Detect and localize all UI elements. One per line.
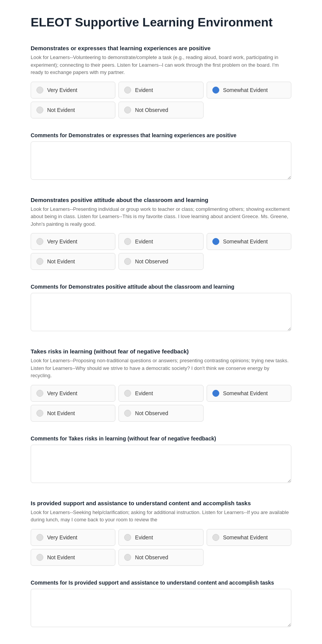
radio-circle xyxy=(36,410,43,417)
radio-grid-bottom-section1: Not EvidentNot Observed xyxy=(31,102,291,118)
comment-label-section1: Comments for Demonstrates or expresses t… xyxy=(31,132,291,138)
radio-circle xyxy=(124,534,131,541)
radio-circle xyxy=(124,554,131,561)
comment-section-section3: Comments for Takes risks in learning (wi… xyxy=(31,435,291,485)
radio-grid-top-section3: Very EvidentEvidentSomewhat Evident xyxy=(31,385,291,402)
comment-label-section2: Comments for Demonstrates positive attit… xyxy=(31,284,291,290)
radio-option-very-evident[interactable]: Very Evident xyxy=(31,529,115,546)
radio-label: Not Observed xyxy=(135,107,168,113)
radio-option-evident[interactable]: Evident xyxy=(118,233,203,250)
radio-option-not-observed[interactable]: Not Observed xyxy=(118,405,203,422)
radio-option-evident[interactable]: Evident xyxy=(118,82,203,99)
section-title-section4: Is provided support and assistance to un… xyxy=(31,500,291,506)
radio-option-very-evident[interactable]: Very Evident xyxy=(31,82,115,99)
radio-circle xyxy=(36,107,43,113)
radio-label: Not Observed xyxy=(135,410,168,416)
radio-circle xyxy=(124,87,131,94)
section-description-section1: Look for Learners--Volunteering to demon… xyxy=(31,54,291,76)
radio-option-somewhat-evident[interactable]: Somewhat Evident xyxy=(207,82,291,99)
section-description-section3: Look for Learners--Proposing non-traditi… xyxy=(31,357,291,380)
radio-option-somewhat-evident[interactable]: Somewhat Evident xyxy=(207,529,291,546)
radio-label: Evident xyxy=(135,534,153,540)
comment-textarea-section4[interactable] xyxy=(31,589,291,627)
radio-grid-bottom-section2: Not EvidentNot Observed xyxy=(31,253,291,270)
radio-label: Evident xyxy=(135,238,153,245)
radio-option-not-observed[interactable]: Not Observed xyxy=(118,102,203,118)
radio-label: Evident xyxy=(135,87,153,93)
radio-label: Not Evident xyxy=(47,410,75,416)
section-title-section3: Takes risks in learning (without fear of… xyxy=(31,348,291,355)
radio-option-not-evident[interactable]: Not Evident xyxy=(31,405,115,422)
radio-option-not-evident[interactable]: Not Evident xyxy=(31,549,115,566)
radio-option-not-observed[interactable]: Not Observed xyxy=(118,549,203,566)
section-section1: Demonstrates or expresses that learning … xyxy=(31,45,291,118)
radio-circle xyxy=(36,390,43,397)
radio-label: Not Evident xyxy=(47,107,75,113)
radio-label: Somewhat Evident xyxy=(223,87,268,93)
radio-grid-top-section2: Very EvidentEvidentSomewhat Evident xyxy=(31,233,291,250)
section-description-section2: Look for Learners--Presenting individual… xyxy=(31,205,291,228)
section-section2: Demonstrates positive attitude about the… xyxy=(31,197,291,270)
radio-label: Very Evident xyxy=(47,534,77,540)
radio-circle xyxy=(212,87,219,94)
radio-option-evident[interactable]: Evident xyxy=(118,385,203,402)
radio-label: Not Observed xyxy=(135,554,168,560)
comment-section-section4: Comments for Is provided support and ass… xyxy=(31,580,291,629)
radio-option-somewhat-evident[interactable]: Somewhat Evident xyxy=(207,233,291,250)
radio-label: Somewhat Evident xyxy=(223,238,268,245)
radio-label: Very Evident xyxy=(47,87,77,93)
radio-option-very-evident[interactable]: Very Evident xyxy=(31,385,115,402)
radio-label: Not Evident xyxy=(47,258,75,264)
section-section4: Is provided support and assistance to un… xyxy=(31,500,291,566)
radio-grid-bottom-section3: Not EvidentNot Observed xyxy=(31,405,291,422)
radio-circle xyxy=(124,410,131,417)
comment-section-section2: Comments for Demonstrates positive attit… xyxy=(31,284,291,333)
radio-circle xyxy=(124,390,131,397)
comment-label-section4: Comments for Is provided support and ass… xyxy=(31,580,291,586)
section-description-section4: Look for Learners--Seeking help/clarific… xyxy=(31,509,291,524)
section-title-section2: Demonstrates positive attitude about the… xyxy=(31,197,291,203)
radio-circle xyxy=(36,534,43,541)
radio-circle xyxy=(36,258,43,265)
radio-grid-top-section1: Very EvidentEvidentSomewhat Evident xyxy=(31,82,291,99)
radio-circle xyxy=(36,554,43,561)
section-section3: Takes risks in learning (without fear of… xyxy=(31,348,291,422)
comment-textarea-section1[interactable] xyxy=(31,141,291,180)
radio-circle xyxy=(36,87,43,94)
comment-textarea-section2[interactable] xyxy=(31,293,291,331)
radio-option-somewhat-evident[interactable]: Somewhat Evident xyxy=(207,385,291,402)
radio-option-not-evident[interactable]: Not Evident xyxy=(31,102,115,118)
radio-option-very-evident[interactable]: Very Evident xyxy=(31,233,115,250)
radio-circle xyxy=(124,258,131,265)
radio-label: Not Observed xyxy=(135,258,168,264)
radio-label: Evident xyxy=(135,390,153,396)
comment-textarea-section3[interactable] xyxy=(31,445,291,483)
radio-grid-top-section4: Very EvidentEvidentSomewhat Evident xyxy=(31,529,291,546)
radio-circle xyxy=(124,107,131,113)
comment-section-section1: Comments for Demonstrates or expresses t… xyxy=(31,132,291,181)
section-title-section1: Demonstrates or expresses that learning … xyxy=(31,45,291,51)
radio-label: Somewhat Evident xyxy=(223,390,268,396)
radio-circle xyxy=(36,238,43,245)
radio-option-evident[interactable]: Evident xyxy=(118,529,203,546)
radio-label: Very Evident xyxy=(47,238,77,245)
page-title: ELEOT Supportive Learning Environment xyxy=(31,15,291,30)
radio-option-not-evident[interactable]: Not Evident xyxy=(31,253,115,270)
radio-label: Somewhat Evident xyxy=(223,534,268,540)
comment-label-section3: Comments for Takes risks in learning (wi… xyxy=(31,435,291,442)
radio-option-not-observed[interactable]: Not Observed xyxy=(118,253,203,270)
radio-label: Not Evident xyxy=(47,554,75,560)
radio-circle xyxy=(212,390,219,397)
radio-grid-bottom-section4: Not EvidentNot Observed xyxy=(31,549,291,566)
radio-circle xyxy=(212,534,219,541)
radio-circle xyxy=(124,238,131,245)
radio-label: Very Evident xyxy=(47,390,77,396)
radio-circle xyxy=(212,238,219,245)
